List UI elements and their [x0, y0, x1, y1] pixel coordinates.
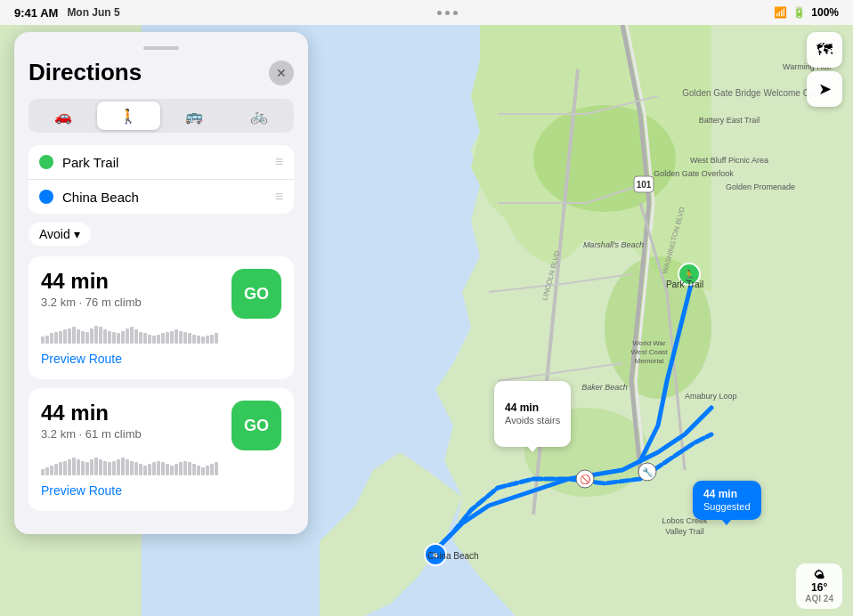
- elevation-segment: [99, 459, 102, 475]
- route-2-preview-link[interactable]: Preview Route: [41, 483, 122, 498]
- elevation-segment: [143, 466, 147, 475]
- elevation-segment: [72, 327, 76, 344]
- svg-text:West Coast: West Coast: [630, 348, 668, 356]
- elevation-segment: [85, 462, 89, 475]
- dest-dot: [39, 190, 53, 204]
- elevation-segment: [68, 459, 71, 475]
- status-bar: 9:41 AM Mon Jun 5 📶 🔋 100%: [0, 0, 853, 25]
- elevation-segment: [103, 461, 107, 475]
- elevation-segment: [139, 332, 142, 344]
- panel-title: Directions: [28, 59, 142, 86]
- route-1-go-label: GO: [244, 285, 269, 304]
- status-icons: 📶 🔋 100%: [774, 6, 839, 19]
- route-card-1: 44 min 3.2 km · 76 m climb GO Preview Ro…: [28, 256, 294, 379]
- waypoint-dest[interactable]: China Beach ≡: [28, 180, 294, 214]
- elevation-segment: [112, 461, 116, 475]
- elevation-segment: [77, 459, 80, 475]
- svg-text:🚫: 🚫: [580, 474, 591, 485]
- elevation-segment: [161, 333, 165, 344]
- elevation-segment: [72, 458, 76, 475]
- close-icon: ✕: [276, 66, 287, 80]
- elevation-segment: [206, 466, 209, 475]
- route-1-preview-link[interactable]: Preview Route: [41, 352, 122, 366]
- elevation-segment: [157, 461, 160, 475]
- svg-text:101: 101: [637, 180, 652, 190]
- elevation-segment: [121, 331, 125, 344]
- elevation-segment: [175, 464, 178, 475]
- elevation-segment: [50, 333, 53, 344]
- svg-text:Memorial: Memorial: [635, 357, 664, 365]
- elevation-segment: [126, 459, 129, 475]
- elevation-segment: [183, 461, 187, 475]
- svg-text:🔧: 🔧: [642, 466, 654, 478]
- transport-tabs: 🚗 🚶 🚌 🚲: [28, 99, 294, 133]
- elevation-segment: [192, 464, 196, 475]
- battery-icon: 🔋: [792, 6, 806, 19]
- elevation-segment: [63, 329, 67, 344]
- tab-transit[interactable]: 🚌: [162, 101, 226, 130]
- elevation-segment: [130, 327, 134, 344]
- route-2-top: 44 min 3.2 km · 61 m climb GO: [41, 401, 281, 450]
- elevation-segment: [161, 462, 165, 475]
- close-button[interactable]: ✕: [269, 61, 294, 85]
- elevation-segment: [134, 329, 138, 344]
- elevation-segment: [81, 461, 85, 475]
- elevation-segment: [108, 462, 111, 475]
- elevation-segment: [170, 466, 174, 475]
- elevation-segment: [117, 459, 120, 475]
- elevation-segment: [68, 328, 71, 344]
- elevation-segment: [175, 329, 178, 344]
- elevation-segment: [59, 462, 62, 475]
- tab-walk[interactable]: 🚶: [97, 101, 161, 130]
- route-1-go-button[interactable]: GO: [232, 269, 281, 319]
- elevation-segment: [215, 462, 218, 475]
- elevation-segment: [85, 332, 89, 344]
- route-1-time: 44 min: [41, 269, 142, 294]
- elevation-segment: [90, 459, 93, 475]
- panel-drag-handle[interactable]: [143, 46, 179, 50]
- status-center-dots: [437, 11, 458, 15]
- route-2-time: 44 min: [41, 401, 142, 426]
- weather-widget[interactable]: 🌤 16° AQI 24: [796, 563, 842, 609]
- waypoint-origin[interactable]: Park Trail ≡: [28, 145, 294, 180]
- route-2-details: 3.2 km · 61 m climb: [41, 427, 142, 441]
- elevation-segment: [201, 336, 205, 344]
- panel-header: Directions ✕: [28, 59, 294, 86]
- location-icon: ➤: [818, 79, 832, 99]
- elevation-segment: [170, 331, 174, 344]
- elevation-segment: [77, 329, 80, 344]
- svg-point-4: [533, 105, 676, 212]
- elevation-segment: [130, 461, 134, 475]
- car-icon: 🚗: [54, 108, 72, 125]
- route-2-go-button[interactable]: GO: [232, 401, 281, 450]
- elevation-segment: [50, 466, 53, 475]
- svg-text:World War: World War: [632, 339, 666, 347]
- elevation-segment: [63, 461, 67, 475]
- elevation-segment: [179, 331, 183, 344]
- elevation-segment: [81, 331, 85, 344]
- elevation-segment: [59, 331, 62, 344]
- elevation-segment: [112, 332, 116, 344]
- location-button[interactable]: ➤: [807, 71, 842, 107]
- elevation-segment: [126, 328, 129, 344]
- layers-button[interactable]: 🗺: [807, 32, 842, 68]
- waypoints-list: Park Trail ≡ China Beach ≡: [28, 145, 294, 214]
- elevation-segment: [210, 335, 214, 344]
- elevation-segment: [54, 332, 58, 344]
- route-1-top: 44 min 3.2 km · 76 m climb GO: [41, 269, 281, 319]
- elevation-segment: [139, 464, 142, 475]
- elevation-segment: [197, 466, 200, 475]
- elevation-segment: [197, 336, 200, 344]
- tab-car[interactable]: 🚗: [31, 101, 95, 130]
- elevation-segment: [188, 333, 191, 344]
- tab-bike[interactable]: 🚲: [228, 101, 292, 130]
- callout-suggested[interactable]: 44 minSuggested: [693, 481, 761, 520]
- transit-icon: 🚌: [185, 108, 203, 125]
- route-2-info: 44 min 3.2 km · 61 m climb: [41, 401, 142, 441]
- callout-avoids-stairs[interactable]: 44 minAvoids stairs: [494, 381, 571, 447]
- avoid-button[interactable]: Avoid ▾: [28, 223, 91, 246]
- svg-text:Valley Trail: Valley Trail: [665, 527, 703, 536]
- elevation-segment: [183, 332, 187, 344]
- svg-text:Golden Gate Overlook: Golden Gate Overlook: [654, 169, 734, 178]
- svg-text:Amabury Loop: Amabury Loop: [685, 392, 737, 401]
